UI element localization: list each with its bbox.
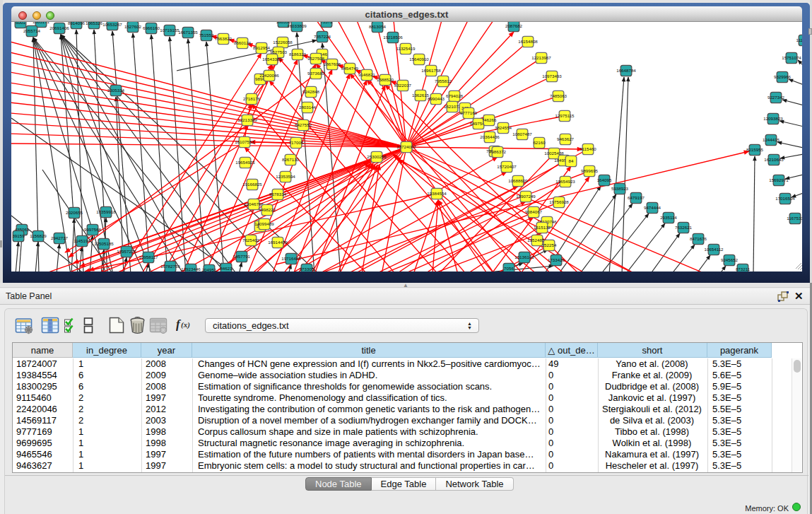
svg-text:8471676: 8471676 <box>690 236 707 241</box>
svg-text:5498222: 5498222 <box>259 207 276 212</box>
svg-text:2305334: 2305334 <box>107 88 125 93</box>
svg-text:8186323: 8186323 <box>289 52 307 57</box>
svg-text:7485063: 7485063 <box>550 93 567 98</box>
svg-text:22420046: 22420046 <box>259 73 279 78</box>
svg-text:16543382: 16543382 <box>262 57 282 62</box>
svg-text:6479197: 6479197 <box>628 195 645 200</box>
svg-text:10973493: 10973493 <box>542 74 562 78</box>
svg-text:1362615: 1362615 <box>412 93 430 98</box>
svg-text:8678334: 8678334 <box>269 192 287 197</box>
svg-text:3824554: 3824554 <box>495 125 512 130</box>
svg-text:9373685: 9373685 <box>307 71 325 76</box>
svg-text:12213967: 12213967 <box>531 55 551 60</box>
svg-text:12923446: 12923446 <box>181 267 201 271</box>
svg-text:2055714: 2055714 <box>23 28 41 33</box>
svg-text:16914479: 16914479 <box>268 240 288 245</box>
svg-text:9227342: 9227342 <box>767 95 785 100</box>
svg-text:7625402: 7625402 <box>242 238 260 243</box>
svg-text:9457791: 9457791 <box>233 254 251 259</box>
svg-text:15226058: 15226058 <box>273 40 293 45</box>
svg-text:6794028: 6794028 <box>446 93 464 98</box>
svg-text:2020655: 2020655 <box>66 210 83 215</box>
svg-text:19756928: 19756928 <box>549 199 569 204</box>
svg-text:1167533: 1167533 <box>787 216 802 221</box>
svg-text:15692971: 15692971 <box>769 177 789 182</box>
svg-text:252254: 252254 <box>542 243 557 247</box>
svg-text:9527508: 9527508 <box>307 56 325 61</box>
svg-text:19654925: 19654925 <box>235 160 255 165</box>
svg-text:16648784: 16648784 <box>616 68 636 73</box>
svg-text:10807487: 10807487 <box>512 132 532 136</box>
svg-text:10958117: 10958117 <box>139 255 158 259</box>
svg-text:17957225: 17957225 <box>117 249 136 254</box>
svg-text:11325419: 11325419 <box>396 46 416 51</box>
svg-text:20691406: 20691406 <box>49 25 69 30</box>
svg-text:15640910: 15640910 <box>409 57 429 62</box>
svg-text:17016504: 17016504 <box>775 196 795 201</box>
svg-text:1588520: 1588520 <box>377 77 394 82</box>
svg-text:12213389: 12213389 <box>237 117 257 122</box>
svg-text:9115460: 9115460 <box>579 146 596 151</box>
svg-text:12353594: 12353594 <box>276 174 295 179</box>
svg-text:15136141: 15136141 <box>514 255 534 259</box>
svg-text:9084067: 9084067 <box>525 209 543 214</box>
svg-text:16782759: 16782759 <box>160 264 180 269</box>
svg-text:973305: 973305 <box>300 267 314 271</box>
svg-text:8912954: 8912954 <box>253 45 271 50</box>
svg-text:2803144: 2803144 <box>299 105 317 110</box>
svg-text:16961758: 16961758 <box>421 68 441 73</box>
svg-text:8267130: 8267130 <box>282 157 300 162</box>
svg-text:9777169: 9777169 <box>460 110 478 115</box>
svg-text:9242848: 9242848 <box>302 89 320 94</box>
svg-text:717006: 717006 <box>289 140 304 145</box>
svg-text:84621: 84621 <box>220 266 233 271</box>
svg-text:12505185: 12505185 <box>94 241 114 246</box>
svg-text:17359918: 17359918 <box>96 209 116 214</box>
svg-text:2935114: 2935114 <box>660 215 677 220</box>
svg-text:2087682: 2087682 <box>505 23 523 28</box>
svg-text:19716485: 19716485 <box>281 256 301 261</box>
svg-text:5001: 5001 <box>16 22 25 25</box>
svg-text:16033809: 16033809 <box>287 23 307 28</box>
svg-text:746266: 746266 <box>482 117 497 122</box>
svg-text:7632621: 7632621 <box>675 225 693 230</box>
svg-text:8660124: 8660124 <box>234 40 252 45</box>
svg-text:8215955: 8215955 <box>746 147 764 152</box>
svg-text:62160: 62160 <box>533 140 546 145</box>
svg-text:8427552: 8427552 <box>295 122 312 127</box>
svg-text:1145194: 1145194 <box>73 238 90 243</box>
svg-text:9899695: 9899695 <box>581 168 599 173</box>
svg-text:20364436: 20364436 <box>480 134 500 139</box>
svg-text:10653267: 10653267 <box>102 22 122 27</box>
svg-text:9474444: 9474444 <box>644 205 661 210</box>
svg-text:2867608: 2867608 <box>324 62 341 66</box>
svg-text:2942737: 2942737 <box>51 235 69 240</box>
svg-text:19218506: 19218506 <box>383 35 403 40</box>
svg-text:9463627: 9463627 <box>557 136 575 141</box>
svg-text:1527602: 1527602 <box>124 24 142 29</box>
svg-text:8914096: 8914096 <box>68 22 86 25</box>
svg-text:8322037: 8322037 <box>394 83 412 88</box>
svg-text:9329966: 9329966 <box>774 74 792 79</box>
svg-text:10688609: 10688609 <box>508 178 528 183</box>
svg-text:164095: 164095 <box>597 177 612 182</box>
svg-text:1733426: 1733426 <box>548 257 565 262</box>
svg-text:15720407: 15720407 <box>497 164 517 169</box>
svg-text:73572: 73572 <box>320 22 333 24</box>
svg-text:1615132: 1615132 <box>534 225 551 230</box>
svg-text:10046766: 10046766 <box>244 201 264 206</box>
svg-text:19166825: 19166825 <box>242 182 262 187</box>
svg-text:6966160: 6966160 <box>143 25 160 30</box>
svg-text:10719155: 10719155 <box>160 28 180 33</box>
svg-text:5938923: 5938923 <box>611 186 629 191</box>
svg-text:16210643: 16210643 <box>764 157 784 162</box>
svg-text:204951: 204951 <box>202 267 217 271</box>
svg-text:18907249: 18907249 <box>516 194 536 199</box>
svg-text:2718176: 2718176 <box>243 96 261 101</box>
svg-text:9146821: 9146821 <box>358 72 376 77</box>
svg-text:7986372: 7986372 <box>489 149 507 154</box>
svg-text:(x): (x) <box>181 320 190 329</box>
svg-text:1156829: 1156829 <box>30 233 47 238</box>
svg-text:8454749: 8454749 <box>341 66 359 71</box>
svg-text:16107553: 16107553 <box>235 139 254 144</box>
